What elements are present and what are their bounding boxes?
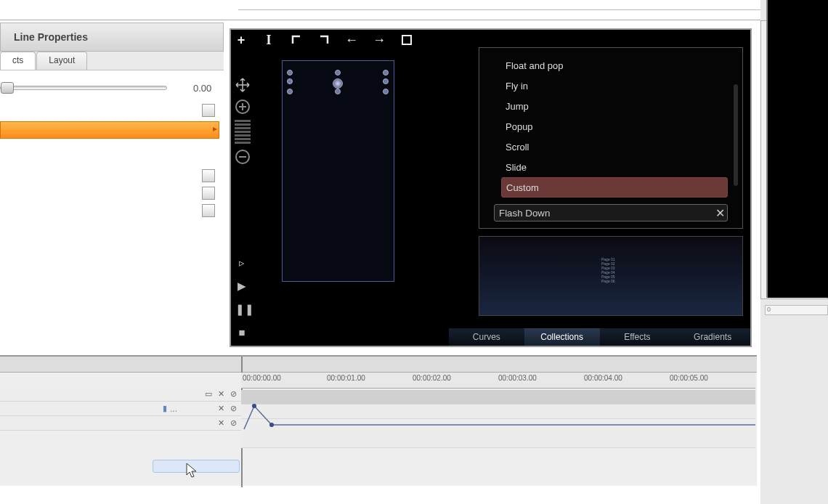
- right-side-strip: 0: [760, 0, 828, 504]
- time-mark: 00:00:01.00: [327, 374, 365, 382]
- timeline-header: [0, 357, 757, 373]
- arrow-right-icon[interactable]: →: [372, 33, 386, 47]
- corner-tr-icon[interactable]: [317, 33, 331, 47]
- stop-square-icon[interactable]: [399, 33, 414, 47]
- effect-fly-in[interactable]: Fly in: [501, 76, 728, 96]
- track[interactable]: [241, 390, 755, 405]
- text-cursor-icon[interactable]: I: [261, 33, 276, 47]
- secondary-preview: [766, 0, 828, 298]
- time-mark: 00:00:02.00: [413, 374, 451, 382]
- dark-canvas-area: + I ← → ▹: [230, 28, 752, 347]
- time-mark: 00:00:05.00: [670, 374, 708, 382]
- effect-slide[interactable]: Slide: [501, 157, 728, 177]
- properties-panel: Line Properties cts Layout 0.00: [0, 23, 224, 353]
- slider-thumb[interactable]: [1, 82, 14, 94]
- corner-tl-icon[interactable]: [289, 33, 304, 47]
- time-mark: 00:00:00.00: [243, 374, 281, 382]
- svg-rect-3: [402, 36, 411, 44]
- preview-thumb: Page 01Page 02Page 03Page 04Page 05Page …: [601, 257, 615, 283]
- panel-title: Line Properties: [0, 23, 224, 52]
- top-toolbar: ▾: [0, 0, 828, 20]
- effect-custom[interactable]: Custom: [501, 177, 728, 198]
- tab-gradients[interactable]: Gradients: [675, 328, 750, 346]
- slider-row: 0.00: [0, 78, 219, 98]
- close-icon[interactable]: ✕: [216, 418, 226, 428]
- effect-scroll[interactable]: Scroll: [501, 137, 728, 157]
- effect-preview: Page 01Page 02Page 03Page 04Page 05Page …: [479, 236, 743, 316]
- props-body: 0.00: [0, 70, 224, 220]
- canvas-sidebar: [234, 76, 251, 166]
- svg-point-6: [252, 404, 256, 408]
- slider-track[interactable]: [0, 86, 167, 90]
- tab-effects[interactable]: cts: [0, 52, 36, 70]
- close-icon[interactable]: ✕: [216, 404, 226, 414]
- collection-tabs: Curves Collections Effects Gradients: [449, 328, 750, 346]
- disable-icon[interactable]: ⊘: [228, 418, 238, 428]
- time-mark: 00:00:03.00: [498, 374, 537, 382]
- layer-item-icon: ▮: [160, 404, 170, 414]
- disable-icon[interactable]: ⊘: [228, 389, 238, 399]
- tab-layout[interactable]: Layout: [36, 52, 87, 70]
- disable-icon[interactable]: ⊘: [228, 404, 238, 414]
- step-forward-icon[interactable]: ▹: [235, 256, 248, 269]
- effects-scrollbar[interactable]: [734, 84, 738, 186]
- zoom-in-icon[interactable]: [234, 98, 251, 115]
- effects-panel: Float and pop Fly in Jump Popup Scroll S…: [479, 47, 743, 229]
- close-icon[interactable]: ✕: [216, 389, 226, 399]
- cursor-pointer-icon: [185, 462, 200, 484]
- tab-effects[interactable]: Effects: [600, 328, 675, 346]
- zoom-value: 0: [765, 305, 828, 315]
- layer-row[interactable]: ▭ ✕ ⊘: [0, 387, 241, 402]
- effect-jump[interactable]: Jump: [501, 96, 728, 116]
- panel-icon[interactable]: [202, 204, 215, 217]
- tab-curves[interactable]: Curves: [449, 328, 524, 346]
- play-icon[interactable]: ▶: [235, 280, 248, 293]
- level-indicator: [235, 120, 251, 144]
- stage-preview[interactable]: [282, 60, 394, 282]
- clear-icon[interactable]: ✕: [715, 206, 725, 220]
- collapse-icon[interactable]: ▭: [203, 389, 214, 399]
- add-icon[interactable]: +: [234, 33, 248, 47]
- pause-icon[interactable]: ❚❚: [235, 303, 248, 316]
- panel-icon[interactable]: [202, 169, 215, 182]
- canvas-panel: + I ← → ▹: [224, 23, 758, 353]
- effect-popup[interactable]: Popup: [501, 116, 728, 137]
- playback-controls: ▹ ▶ ❚❚ ■: [235, 256, 248, 338]
- effect-float-and-pop[interactable]: Float and pop: [501, 55, 728, 76]
- effect-name-input[interactable]: [494, 204, 728, 221]
- effects-list: Float and pop Fly in Jump Popup Scroll S…: [479, 48, 742, 204]
- panel-tabs: cts Layout: [0, 52, 224, 70]
- canvas-toolbar: + I ← →: [234, 33, 414, 47]
- layer-row[interactable]: ✕ ⊘: [0, 416, 241, 431]
- tab-collections[interactable]: Collections: [524, 328, 600, 346]
- svg-point-7: [269, 423, 274, 427]
- effect-name-wrap: ✕: [494, 204, 728, 221]
- move-icon[interactable]: [234, 76, 251, 94]
- panel-icon[interactable]: [202, 104, 215, 117]
- timeline: 00:00:00.00 00:00:01.00 00:00:02.00 00:0…: [0, 355, 757, 486]
- panel-icon[interactable]: [202, 187, 215, 200]
- layer-row[interactable]: ▮ ... ✕ ⊘: [0, 402, 241, 416]
- arrow-left-icon[interactable]: ←: [344, 33, 359, 47]
- selection-box[interactable]: [287, 70, 389, 96]
- time-ruler[interactable]: 00:00:00.00 00:00:01.00 00:00:02.00 00:0…: [241, 373, 755, 389]
- orange-property-bar[interactable]: [0, 121, 219, 139]
- slider-value: 0.00: [193, 83, 211, 94]
- layers-column: ▭ ✕ ⊘ ▮ ... ✕ ⊘ ✕ ⊘: [0, 387, 241, 431]
- main-container: Line Properties cts Layout 0.00 + I: [0, 23, 758, 353]
- stop-icon[interactable]: ■: [235, 326, 248, 338]
- time-mark: 00:00:04.00: [584, 374, 622, 382]
- keyframe-curve[interactable]: [241, 403, 757, 439]
- zoom-out-icon[interactable]: [234, 148, 251, 166]
